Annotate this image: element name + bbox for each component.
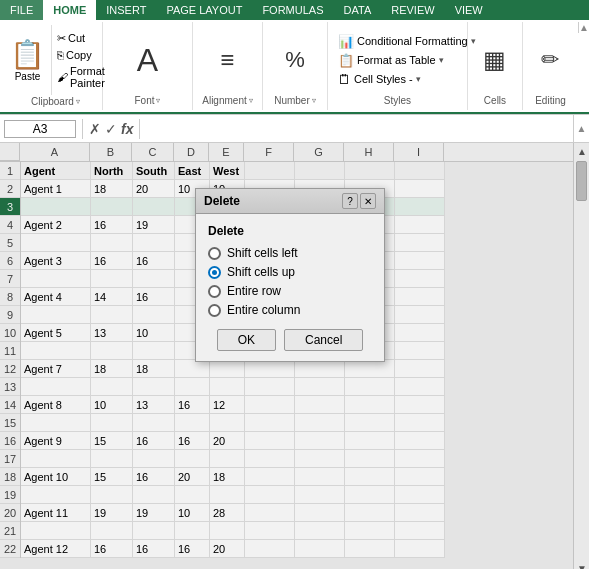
cell-r17c5[interactable]: [210, 450, 245, 468]
cell-r15c6[interactable]: [245, 414, 295, 432]
cell-r12c3[interactable]: 18: [133, 360, 175, 378]
cell-r19c9[interactable]: [395, 486, 445, 504]
cell-r18c3[interactable]: 16: [133, 468, 175, 486]
row-header-4[interactable]: 4: [0, 216, 20, 234]
cell-r14c8[interactable]: [345, 396, 395, 414]
scroll-thumb[interactable]: [574, 159, 589, 560]
cell-r12c9[interactable]: [395, 360, 445, 378]
cell-r20c3[interactable]: 19: [133, 504, 175, 522]
cell-r17c7[interactable]: [295, 450, 345, 468]
cell-r22c4[interactable]: 16: [175, 540, 210, 558]
row-header-11[interactable]: 11: [0, 342, 20, 360]
name-box[interactable]: [4, 120, 76, 138]
row-header-22[interactable]: 22: [0, 540, 20, 558]
cell-r11c1[interactable]: [21, 342, 91, 360]
format-painter-button[interactable]: 🖌 Format Painter: [55, 64, 107, 90]
cell-r20c5[interactable]: 28: [210, 504, 245, 522]
dialog-cancel-button[interactable]: Cancel: [284, 329, 363, 351]
cell-r16c4[interactable]: 16: [175, 432, 210, 450]
cell-r16c7[interactable]: [295, 432, 345, 450]
cell-r15c8[interactable]: [345, 414, 395, 432]
cell-r21c8[interactable]: [345, 522, 395, 540]
cell-r1c6[interactable]: [245, 162, 295, 180]
cell-r16c6[interactable]: [245, 432, 295, 450]
cell-r3c1[interactable]: [21, 198, 91, 216]
cell-r15c5[interactable]: [210, 414, 245, 432]
cell-r3c9[interactable]: [395, 198, 445, 216]
clipboard-expand-icon[interactable]: ▿: [76, 97, 80, 106]
number-expand-icon[interactable]: ▿: [312, 96, 316, 105]
row-header-16[interactable]: 16: [0, 432, 20, 450]
cell-r19c1[interactable]: [21, 486, 91, 504]
cell-r20c6[interactable]: [245, 504, 295, 522]
row-header-17[interactable]: 17: [0, 450, 20, 468]
cell-r15c7[interactable]: [295, 414, 345, 432]
col-header-d[interactable]: D: [174, 143, 209, 161]
row-header-5[interactable]: 5: [0, 234, 20, 252]
row-header-7[interactable]: 7: [0, 270, 20, 288]
cell-r19c6[interactable]: [245, 486, 295, 504]
cell-r5c9[interactable]: [395, 234, 445, 252]
tab-page-layout[interactable]: PAGE LAYOUT: [156, 0, 252, 20]
cell-r10c3[interactable]: 10: [133, 324, 175, 342]
cell-r16c3[interactable]: 16: [133, 432, 175, 450]
cell-r6c2[interactable]: 16: [91, 252, 133, 270]
radio-entire-col[interactable]: Entire column: [208, 303, 372, 317]
radio-entire-row[interactable]: Entire row: [208, 284, 372, 298]
cell-r18c4[interactable]: 20: [175, 468, 210, 486]
col-header-b[interactable]: B: [90, 143, 132, 161]
cell-r20c2[interactable]: 19: [91, 504, 133, 522]
cell-r8c2[interactable]: 14: [91, 288, 133, 306]
cell-r18c1[interactable]: Agent 10: [21, 468, 91, 486]
row-header-12[interactable]: 12: [0, 360, 20, 378]
cell-r14c7[interactable]: [295, 396, 345, 414]
cell-r17c6[interactable]: [245, 450, 295, 468]
cell-r16c8[interactable]: [345, 432, 395, 450]
cell-r20c1[interactable]: Agent 11: [21, 504, 91, 522]
cell-r16c2[interactable]: 15: [91, 432, 133, 450]
cell-r19c8[interactable]: [345, 486, 395, 504]
cell-r6c3[interactable]: 16: [133, 252, 175, 270]
formula-input[interactable]: [142, 122, 573, 136]
cell-r8c1[interactable]: Agent 4: [21, 288, 91, 306]
cell-r9c3[interactable]: [133, 306, 175, 324]
cell-r22c6[interactable]: [245, 540, 295, 558]
cell-r18c8[interactable]: [345, 468, 395, 486]
cell-r13c9[interactable]: [395, 378, 445, 396]
cell-r21c1[interactable]: [21, 522, 91, 540]
cell-r8c9[interactable]: [395, 288, 445, 306]
col-header-c[interactable]: C: [132, 143, 174, 161]
cell-r22c7[interactable]: [295, 540, 345, 558]
radio-shift-up[interactable]: Shift cells up: [208, 265, 372, 279]
cell-r10c2[interactable]: 13: [91, 324, 133, 342]
cell-r9c1[interactable]: [21, 306, 91, 324]
cell-r1c1[interactable]: Agent: [21, 162, 91, 180]
cell-r16c5[interactable]: 20: [210, 432, 245, 450]
cell-r14c2[interactable]: 10: [91, 396, 133, 414]
col-header-a[interactable]: A: [20, 143, 90, 161]
cell-r14c4[interactable]: 16: [175, 396, 210, 414]
cell-r5c3[interactable]: [133, 234, 175, 252]
cell-r1c4[interactable]: East: [175, 162, 210, 180]
cell-r12c5[interactable]: [210, 360, 245, 378]
cell-r1c9[interactable]: [395, 162, 445, 180]
cell-r20c8[interactable]: [345, 504, 395, 522]
cell-r10c9[interactable]: [395, 324, 445, 342]
cell-r13c6[interactable]: [245, 378, 295, 396]
cell-r9c2[interactable]: [91, 306, 133, 324]
cell-r21c6[interactable]: [245, 522, 295, 540]
cell-r22c1[interactable]: Agent 12: [21, 540, 91, 558]
cell-r17c8[interactable]: [345, 450, 395, 468]
cell-r13c7[interactable]: [295, 378, 345, 396]
dialog-help-button[interactable]: ?: [342, 193, 358, 209]
cell-r10c1[interactable]: Agent 5: [21, 324, 91, 342]
row-header-20[interactable]: 20: [0, 504, 20, 522]
cell-r3c2[interactable]: [91, 198, 133, 216]
cell-r15c4[interactable]: [175, 414, 210, 432]
cell-r1c3[interactable]: South: [133, 162, 175, 180]
tab-insert[interactable]: INSERT: [96, 0, 156, 20]
cell-r19c2[interactable]: [91, 486, 133, 504]
tab-file[interactable]: FILE: [0, 0, 43, 20]
col-header-g[interactable]: G: [294, 143, 344, 161]
cell-r21c5[interactable]: [210, 522, 245, 540]
